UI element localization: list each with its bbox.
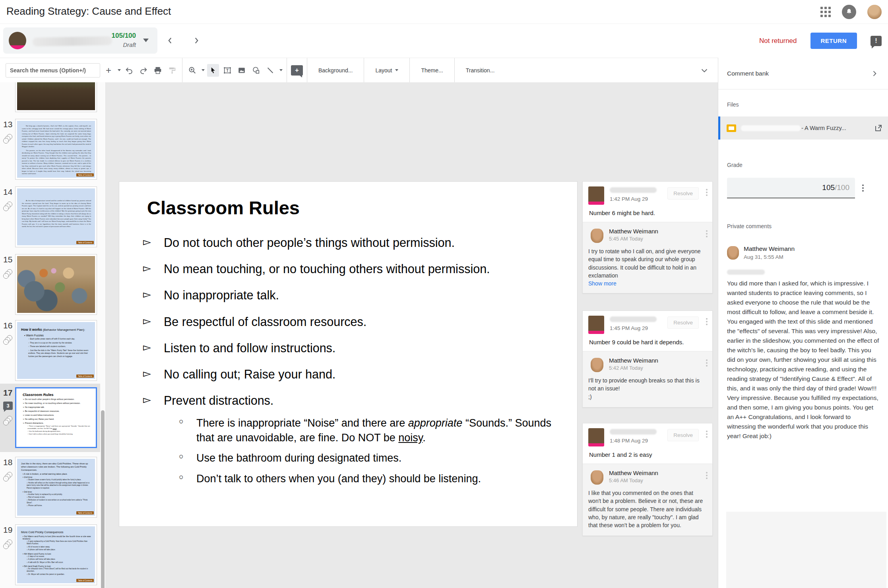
- theme-button[interactable]: Theme...: [414, 58, 450, 82]
- slide-thumbnail-13[interactable]: Not long ago, a band of pirates– that's …: [15, 119, 97, 180]
- reply-timestamp: 5:46 AM Today: [609, 477, 707, 483]
- slide-canvas[interactable]: Classroom Rules ▻Do not touch other peop…: [119, 181, 578, 527]
- comment-text: Number 6 might be hard.: [589, 210, 708, 216]
- reply-text: I try to rotate who I call on, and give …: [588, 247, 707, 279]
- transition-indicator-icon[interactable]: [3, 269, 14, 279]
- comment-menu-icon[interactable]: [706, 318, 708, 325]
- zoom-caret-icon[interactable]: [202, 69, 205, 71]
- comment-timestamp: 1:42 PM Aug 29: [610, 196, 648, 202]
- comment-count-badge[interactable]: 3: [3, 402, 13, 410]
- reply-menu-icon[interactable]: [706, 472, 708, 479]
- slide-filmstrip: 13 Not long ago, a band of pirates– that…: [0, 82, 106, 588]
- thumb-paragraph: Not long ago, a band of pirates– that's …: [17, 121, 95, 148]
- grading-panel: Comment bank Files - A Warm Fuzzy... Gra…: [718, 58, 888, 588]
- insert-shape-icon[interactable]: [250, 64, 262, 77]
- slide-thumbnail-17-selected[interactable]: Classroom Rules ➣ Do not touch other peo…: [15, 387, 97, 448]
- comment-menu-icon[interactable]: [706, 431, 708, 438]
- print-icon[interactable]: [152, 64, 164, 77]
- file-row[interactable]: - A Warm Fuzzy...: [718, 116, 888, 140]
- insert-image-icon[interactable]: [236, 64, 248, 77]
- comment-bank-label: Comment bank: [727, 70, 769, 77]
- arrow-bullet-icon: ▻: [143, 261, 164, 277]
- transition-indicator-icon[interactable]: [3, 335, 14, 345]
- slide-thumbnail-12[interactable]: [15, 82, 97, 112]
- teacher-avatar: [591, 229, 603, 243]
- redo-icon[interactable]: [138, 64, 149, 77]
- transition-indicator-icon[interactable]: [3, 539, 14, 550]
- layout-caret-icon: [395, 69, 398, 71]
- slide-title[interactable]: Classroom Rules: [147, 197, 577, 219]
- notifications-bell-icon[interactable]: [842, 5, 856, 19]
- not-returned-status: Not returned: [759, 37, 797, 45]
- table-of-contents-button: Table of Contents: [76, 241, 94, 244]
- insert-line-icon[interactable]: [264, 64, 276, 77]
- slides-file-icon: [727, 124, 736, 132]
- filmstrip-scrollbar[interactable]: [101, 410, 105, 588]
- private-comment-input[interactable]: [726, 512, 886, 588]
- svg-text:T: T: [226, 68, 229, 72]
- open-in-new-icon[interactable]: [874, 123, 883, 133]
- reply-menu-icon[interactable]: [706, 359, 708, 367]
- layout-button[interactable]: Layout: [368, 58, 405, 82]
- transition-indicator-icon[interactable]: [3, 472, 14, 482]
- zoom-icon[interactable]: [186, 64, 198, 77]
- grade-menu-icon[interactable]: [862, 184, 864, 192]
- thumb-heading-rest: (Behavior Management Plan):: [42, 328, 85, 332]
- student-avatar: [588, 428, 604, 446]
- resolve-button[interactable]: Resolve: [667, 316, 699, 329]
- chevron-down-icon: [143, 39, 149, 42]
- editor-canvas: Classroom Rules ▻Do not touch other peop…: [106, 82, 718, 588]
- comment-bank-row[interactable]: Comment bank: [718, 58, 888, 89]
- collapse-toolbar-icon[interactable]: [700, 66, 709, 75]
- new-slide-button[interactable]: +: [103, 64, 114, 77]
- slide-thumbnail-14[interactable]: As the tide of temperature turned and th…: [15, 186, 97, 247]
- slide-thumbnail-18[interactable]: Just like in the story, there are also C…: [15, 457, 97, 518]
- text-box-icon[interactable]: T: [221, 64, 233, 77]
- prev-student-button[interactable]: [162, 33, 178, 49]
- background-button[interactable]: Background...: [311, 58, 360, 82]
- student-avatar: [588, 186, 604, 205]
- reply-author: Matthew Weimann: [609, 357, 707, 364]
- line-caret-icon[interactable]: [279, 69, 283, 71]
- reply-text: I like that you commented on the ones th…: [588, 489, 707, 529]
- slide-thumbnail-19[interactable]: More Cold Prickly Consequences • 3rd War…: [15, 524, 97, 585]
- thumb-paragraph: The parents, on the other hand, disappro…: [17, 148, 95, 175]
- apps-grid-icon[interactable]: [820, 7, 831, 17]
- show-more-link[interactable]: Show more: [588, 280, 707, 287]
- slide-thumbnail-15[interactable]: [15, 254, 97, 315]
- transition-indicator-icon[interactable]: [3, 202, 14, 212]
- circle-bullet-icon: ○: [179, 472, 196, 486]
- feedback-icon[interactable]: !: [871, 36, 882, 46]
- transition-button[interactable]: Transition...: [459, 58, 502, 82]
- comment-date: Aug 31, 5:55 AM: [744, 254, 888, 260]
- reply-menu-icon[interactable]: [706, 230, 708, 237]
- grade-input[interactable]: 105/100: [727, 178, 855, 198]
- select-tool-icon[interactable]: [207, 64, 219, 77]
- private-comment-author: Matthew Weimann Aug 31, 5:55 AM: [727, 245, 888, 260]
- teacher-name: Matthew Weimann: [744, 245, 888, 252]
- student-selector[interactable]: 105/100 Draft: [3, 27, 157, 54]
- reply-text: I'll try to provide enough breaks so tha…: [588, 376, 707, 393]
- reply-timestamp: 5:45 AM Today: [609, 236, 707, 242]
- thumb-subbullet: ○ Just like the kids in the "Warm Fuzzy …: [17, 348, 95, 358]
- search-menus-input[interactable]: [6, 63, 100, 78]
- comment-timestamp: 1:48 PM Aug 29: [610, 438, 648, 444]
- grade-label: Grade: [727, 162, 888, 168]
- transition-indicator-icon[interactable]: [3, 416, 14, 426]
- undo-icon[interactable]: [123, 64, 135, 77]
- thumb-paragraph: Just like in the story, there are also C…: [17, 459, 95, 472]
- resolve-button[interactable]: Resolve: [667, 187, 699, 200]
- slide-body-text[interactable]: ▻Do not touch other people’s things with…: [119, 235, 577, 486]
- account-avatar[interactable]: [867, 5, 882, 19]
- paint-format-icon[interactable]: [166, 64, 178, 77]
- new-slide-caret-icon[interactable]: [118, 69, 121, 71]
- return-button[interactable]: RETURN: [810, 33, 857, 49]
- student-name-redacted: [610, 316, 657, 322]
- comment-menu-icon[interactable]: [706, 189, 708, 196]
- resolve-button[interactable]: Resolve: [667, 429, 699, 441]
- teacher-avatar: [591, 358, 603, 372]
- transition-indicator-icon[interactable]: [3, 134, 14, 144]
- slide-thumbnail-16[interactable]: How it works (Behavior Management Plan):…: [15, 320, 97, 381]
- insert-comment-icon[interactable]: +: [291, 65, 303, 76]
- next-student-button[interactable]: [188, 33, 204, 49]
